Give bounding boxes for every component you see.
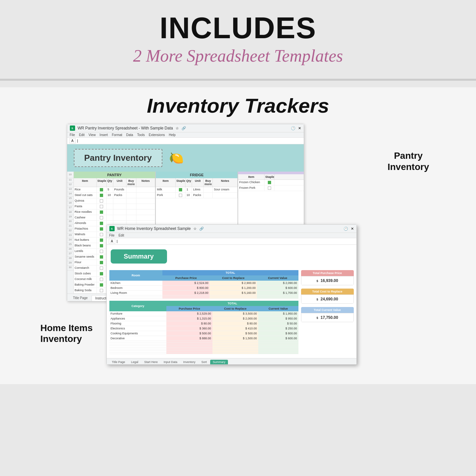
- total-purchase-value: $ 16,939.00: [301, 276, 354, 285]
- cat-total-header: TOTAL: [166, 301, 298, 306]
- table-row: Decorative$ 888.00$ 1,500.00$ 600.00: [109, 336, 298, 341]
- table-row: Rice noodles: [74, 210, 155, 215]
- home-tables: Room TOTAL Purchase Price Cost to Replac…: [109, 270, 298, 356]
- total-replace-value: $ 24,690.00: [301, 294, 354, 304]
- summary-button[interactable]: Summary: [111, 249, 167, 264]
- table-row: Steel cut oats 10 Packs: [74, 193, 155, 198]
- dollar-sign-2: $: [317, 298, 318, 301]
- other-label: [238, 172, 303, 174]
- total-purchase-label: Total Purchase Price: [301, 270, 354, 276]
- table-row: Frozen Pork: [238, 185, 303, 191]
- table-row: Cooking Equipments$ 500.00$ 500.00$ 800.…: [109, 331, 298, 336]
- home-formula-bar: A |: [107, 238, 356, 245]
- pantry-label-text: Pantry Inventory: [387, 150, 429, 172]
- sheets-icon: S: [70, 126, 75, 131]
- pantry-label: PANTRY: [74, 172, 155, 178]
- fridge-col-notes: Notes: [213, 178, 238, 187]
- menu-data[interactable]: Data: [126, 133, 133, 137]
- menu-edit[interactable]: Edit: [79, 133, 85, 137]
- pantry-title: Pantry Inventory: [84, 153, 152, 163]
- total-replace-box: Total Cost to Replace $ 24,690.00: [301, 289, 354, 304]
- room-name: Kitchen: [109, 281, 162, 286]
- home-menu[interactable]: File Edit: [107, 233, 356, 238]
- room-replace: $ 5,160.00: [210, 291, 257, 295]
- home-tab-start[interactable]: Start Here: [142, 360, 160, 364]
- total-current-value: $ 17,750.00: [301, 313, 354, 322]
- row-numbers: 10 11 12 13 14 15 16 17 18 19 20 21 22 2…: [67, 172, 74, 294]
- menu-view[interactable]: View: [89, 133, 96, 137]
- home-label-line1: Home Items: [41, 322, 93, 334]
- tracker-title: Inventory Trackers: [147, 94, 329, 117]
- table-row: Pork 10 Packs: [156, 193, 238, 198]
- fridge-col-staple: Staple: [176, 178, 185, 187]
- home-tab-inventory[interactable]: Inventory: [181, 360, 198, 364]
- cell-staple: [97, 187, 107, 192]
- home-header: Summary: [107, 245, 356, 268]
- other-col-headers: Item Staple: [238, 174, 303, 180]
- home-history-icon: 🕐: [344, 227, 348, 231]
- home-sheet: S WR Home Inventory Spreadsheet Sample ☆…: [106, 224, 357, 365]
- table-row: Furniture$ 2,529.00$ 3,500.00$ 1,950.00: [109, 311, 298, 316]
- col-notes: Notes: [136, 178, 155, 187]
- pantry-formula-bar: A |: [67, 138, 304, 144]
- home-toolbar: S WR Home Inventory Spreadsheet Sample ☆…: [107, 225, 356, 233]
- home-menu-edit[interactable]: Edit: [119, 234, 124, 237]
- menu-help[interactable]: Help: [169, 133, 176, 137]
- table-row: Cashew: [74, 215, 155, 221]
- pantry-label-line1: Pantry: [387, 150, 429, 161]
- col-item: Item: [74, 178, 97, 187]
- room-replace: $ 2,900.00: [210, 281, 257, 286]
- cat-replace-col: Cost to Replace: [212, 306, 258, 311]
- home-tab-sort[interactable]: Sort: [199, 360, 210, 364]
- menu-extensions[interactable]: Extensions: [149, 133, 165, 137]
- cat-header: Category: [109, 301, 167, 311]
- home-drive-icon: 🔗: [199, 227, 204, 231]
- cell-item: Rice: [74, 187, 97, 192]
- pantry-toolbar: S WR Pantry Inventory Spreadsheet - With…: [67, 124, 304, 132]
- table-row: Kitchen $ 2,524.00 $ 2,900.00 $ 2,090.00: [109, 281, 298, 286]
- home-tab-input[interactable]: Input Data: [161, 360, 180, 364]
- menu-insert[interactable]: Insert: [99, 133, 108, 137]
- room-purchase: $ 2,218.00: [162, 291, 210, 295]
- home-tab-title[interactable]: Title Page: [109, 360, 128, 364]
- pantry-label-line2: Inventory: [387, 161, 429, 173]
- cell-staple: [97, 193, 107, 198]
- other-col-item: Item: [238, 174, 265, 180]
- cell-ref: A: [69, 138, 76, 143]
- star-icon: ☆: [176, 126, 179, 130]
- home-content: Room TOTAL Purchase Price Cost to Replac…: [107, 268, 356, 358]
- table-row: Quinoa: [74, 198, 155, 204]
- home-sheets-icon: S: [109, 226, 115, 231]
- menu-file[interactable]: File: [70, 133, 75, 137]
- home-tab-summary[interactable]: Summary: [210, 360, 228, 364]
- divider: [0, 79, 476, 81]
- cell-buy: [126, 187, 136, 192]
- cell-qty: 10: [107, 193, 113, 198]
- category-table: Category TOTAL Purchase Price Cost to Re…: [109, 301, 298, 354]
- fridge-col-unit: Unit: [192, 178, 204, 187]
- home-sheet-name: WR Home Inventory Spreadsheet Sample: [117, 226, 191, 231]
- room-current: $ 2,090.00: [257, 281, 298, 286]
- table-row: Electronics$ 360.00$ 410.00$ 250.00: [109, 326, 298, 331]
- col-staple: Staple: [97, 178, 107, 187]
- home-menu-file[interactable]: File: [109, 234, 115, 237]
- home-star-icon: ☆: [193, 227, 197, 231]
- formula-sep: |: [77, 139, 78, 143]
- table-row: Living Room $ 2,218.00 $ 5,160.00 $ 1,70…: [109, 291, 298, 295]
- history-icon: 🕐: [291, 126, 295, 130]
- cell-buy: [126, 193, 136, 198]
- total-replace-label: Total Cost to Replace: [301, 289, 354, 294]
- table-row: Milk 1 Litres Sour cream: [156, 187, 238, 193]
- subtitle: 2 More Spreadsheet Templates: [7, 46, 469, 66]
- home-tabs[interactable]: Title Page Legal Start Here Input Data I…: [107, 358, 356, 364]
- room-purchase-col: Purchase Price: [162, 275, 210, 281]
- home-tab-legal[interactable]: Legal: [128, 360, 141, 364]
- dollar-sign-3: $: [317, 316, 318, 320]
- menu-format[interactable]: Format: [112, 133, 122, 137]
- table-row: Frozen Chicken: [238, 180, 303, 185]
- tab-title-page[interactable]: Title Page: [70, 295, 91, 301]
- pantry-menu[interactable]: File Edit View Insert Format Data Tools …: [67, 132, 304, 138]
- menu-tools[interactable]: Tools: [137, 133, 145, 137]
- col-unit: Unit: [113, 178, 126, 187]
- table-row: Appliances$ 1,315.00$ 2,000.00$ 950.00: [109, 316, 298, 321]
